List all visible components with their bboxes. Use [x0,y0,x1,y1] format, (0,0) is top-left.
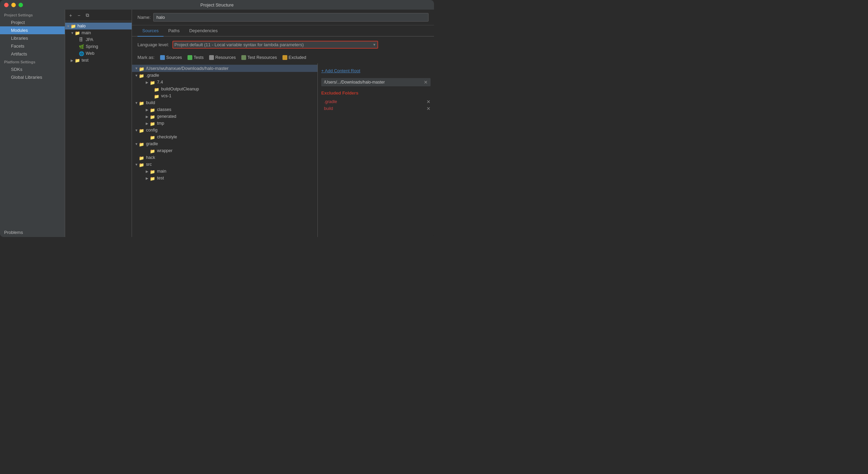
close-button[interactable] [4,3,9,7]
window-title: Project Structure [201,2,234,8]
sidebar-item-global-libraries[interactable]: Global Libraries [0,73,65,81]
content-root-path: /Users/.../Downloads/halo-master ✕ [321,78,431,86]
arrow-src: ▼ [135,163,139,166]
tab-sources[interactable]: Sources [137,25,164,37]
folder-gradle-dir-icon: 📁 [139,142,144,146]
label-build: build [146,100,155,105]
mark-sources-button[interactable]: Sources [160,55,182,60]
jpa-icon: 🗄 [79,37,84,42]
file-tree-config[interactable]: ▼ 📁 config [132,127,317,134]
sidebar-item-problems[interactable]: Problems [0,228,65,237]
label-src-main: main [157,169,166,174]
file-tree-checkstyle[interactable]: 📁 checkstyle [132,134,317,140]
file-tree-src-main[interactable]: ▶ 📁 main [132,168,317,175]
test-resources-icon [241,55,246,60]
root-path-label: /Users/wuhanxue/Downloads/halo-master [146,66,229,71]
file-tree-panel: ▼ 📁 /Users/wuhanxue/Downloads/halo-maste… [132,63,317,237]
tree-item-test[interactable]: ▶ 📁 test [65,57,132,64]
file-tree-gradle[interactable]: ▼ 📁 .gradle [132,72,317,79]
folder-src-test-icon: 📁 [150,176,155,180]
folder-generated-icon: 📁 [150,114,155,118]
mark-resources-button[interactable]: Resources [209,55,236,60]
mark-test-resources-button[interactable]: Test Resources [241,55,277,60]
remove-module-button[interactable]: − [76,12,82,19]
tree-item-jpa[interactable]: 🗄 JPA [65,36,132,43]
excluded-gradle-remove-icon[interactable]: ✕ [426,99,431,104]
maximize-button[interactable] [19,3,23,7]
tree-item-halo[interactable]: ▼ 📁 halo [65,23,132,29]
sidebar-item-facets[interactable]: Facets [0,42,65,50]
folder-src-icon: 📁 [139,162,144,166]
sidebar-item-modules[interactable]: Modules [0,26,65,34]
mark-sources-label: Sources [166,55,182,60]
label-config: config [146,128,157,133]
module-panel: + − ⧉ ▼ 📁 halo ▼ 📁 main 🗄 JPA [65,10,132,237]
arrow-gradle: ▼ [135,74,139,77]
file-tree-src-test[interactable]: ▶ 📁 test [132,175,317,182]
file-tree-buildoutputcleanup[interactable]: 📁 buildOutputCleanup [132,86,317,92]
folder-wrapper-icon: 📁 [150,149,155,153]
label-gradle: .gradle [146,73,159,78]
file-tree-wrapper[interactable]: 📁 wrapper [132,147,317,154]
arrow-gradle-dir: ▼ [135,142,139,146]
tab-dependencies[interactable]: Dependencies [184,25,222,37]
resources-icon [209,55,214,60]
arrow-tmp: ▶ [146,122,150,125]
tree-item-web[interactable]: 🌐 Web [65,50,132,57]
file-tree-tmp[interactable]: ▶ 📁 tmp [132,120,317,127]
add-content-root-button[interactable]: + Add Content Root [321,67,431,75]
add-module-button[interactable]: + [68,12,73,19]
minimize-button[interactable] [11,3,16,7]
file-tree-7.4[interactable]: ▶ 📁 7.4 [132,79,317,86]
arrow-halo: ▼ [67,24,71,28]
excluded-gradle-label: .gradle [324,99,337,104]
label-classes: classes [157,107,171,112]
file-tree-gradle-dir[interactable]: ▼ 📁 gradle [132,140,317,147]
module-tree: ▼ 📁 halo ▼ 📁 main 🗄 JPA 🌿 Spring [65,21,132,237]
mark-as-label: Mark as: [137,55,155,60]
platform-settings-header: Platform Settings [0,58,65,65]
copy-module-button[interactable]: ⧉ [84,12,91,19]
label-hack: hack [146,155,155,160]
sidebar-item-sdks[interactable]: SDKs [0,65,65,73]
file-tree-classes[interactable]: ▶ 📁 classes [132,106,317,113]
file-tree-build[interactable]: ▼ 📁 build [132,99,317,106]
web-icon: 🌐 [79,51,84,56]
window-controls[interactable] [4,3,23,7]
file-tree-src[interactable]: ▼ 📁 src [132,161,317,168]
folder-icon-main: 📁 [75,30,80,35]
arrow-src-main: ▶ [146,170,150,173]
sidebar-item-libraries[interactable]: Libraries [0,34,65,42]
sources-icon [160,55,165,60]
file-tree-generated[interactable]: ▶ 📁 generated [132,113,317,120]
folder-classes-icon: 📁 [150,108,155,112]
name-input[interactable] [153,13,429,22]
tree-item-main[interactable]: ▼ 📁 main [65,29,132,36]
main-layout: Project Settings Project Modules Librari… [0,10,434,237]
sidebar-item-project[interactable]: Project [0,18,65,26]
file-tree-vcs1[interactable]: 📁 vcs-1 [132,92,317,99]
label-tmp: tmp [157,121,164,126]
language-level-select-wrapper[interactable]: Project default (11 - Local variable syn… [172,41,378,49]
tree-item-spring[interactable]: 🌿 Spring [65,43,132,50]
mark-excluded-button[interactable]: Excluded [282,55,306,60]
sidebar-item-artifacts[interactable]: Artifacts [0,50,65,58]
label-src-test: test [157,176,164,180]
folder-src-main-icon: 📁 [150,169,155,173]
folder-tmp-icon: 📁 [150,121,155,125]
tree-label-test: test [82,58,88,63]
file-tree-root[interactable]: ▼ 📁 /Users/wuhanxue/Downloads/halo-maste… [132,65,317,72]
module-toolbar: + − ⧉ [65,10,132,21]
title-bar: Project Structure [0,0,434,10]
arrow-main: ▼ [71,31,75,35]
tab-paths[interactable]: Paths [164,25,184,37]
right-panel: Name: Sources Paths Dependencies Languag… [132,10,434,237]
language-level-label: Language level: [137,42,169,47]
language-level-select[interactable]: Project default (11 - Local variable syn… [174,42,373,47]
mark-tests-button[interactable]: Tests [188,55,204,60]
folder-build-icon: 📁 [139,101,144,105]
dropdown-arrow-icon: ▼ [373,43,376,47]
content-root-close-icon[interactable]: ✕ [424,79,428,85]
excluded-build-remove-icon[interactable]: ✕ [426,106,431,111]
file-tree-hack[interactable]: 📁 hack [132,154,317,161]
